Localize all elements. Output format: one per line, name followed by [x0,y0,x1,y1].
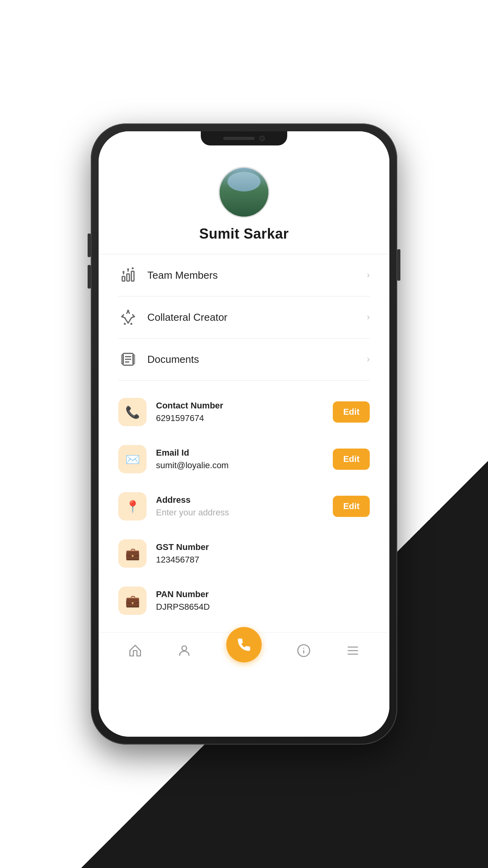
documents-label: Documents [147,353,367,366]
svg-rect-0 [122,276,125,281]
nav-menu[interactable] [346,644,360,658]
svg-point-8 [133,316,135,318]
power-button [397,249,400,281]
gst-number-icon-wrap: 💼 [118,539,147,568]
phone-frame: Sumit Sarkar [91,123,397,745]
pan-number-text: PAN Number DJRPS8654D [156,589,370,612]
email-id-text: Email Id sumit@loyalie.com [156,448,323,471]
nav-profile[interactable] [177,644,191,658]
svg-point-5 [132,267,134,269]
nav-home[interactable] [128,644,142,658]
gst-number-value: 123456787 [156,555,370,565]
email-id-value: sumit@loyalie.com [156,460,323,471]
profile-section: Sumit Sarkar [99,151,389,254]
pan-icon: 💼 [125,594,140,608]
collateral-creator-label: Collateral Creator [147,311,367,324]
collateral-creator-chevron: › [367,312,370,322]
location-icon: 📍 [125,500,140,513]
documents-chevron: › [367,354,370,364]
volume-up-button [88,234,91,257]
profile-name: Sumit Sarkar [199,226,289,242]
menu-item-documents[interactable]: Documents › [118,338,370,381]
phone-screen: Sumit Sarkar [99,131,389,737]
nav-call-button[interactable] [226,627,262,662]
contact-number-edit-button[interactable]: Edit [333,401,370,423]
email-id-icon-wrap: ✉️ [118,445,147,473]
contact-number-icon-wrap: 📞 [118,398,147,426]
avatar[interactable] [218,167,270,218]
collateral-creator-icon [118,307,138,327]
email-icon: ✉️ [125,452,140,466]
pan-number-label: PAN Number [156,589,370,600]
contact-number-label: Contact Number [156,401,323,411]
gst-icon: 💼 [125,547,140,561]
address-text: Address Enter your address [156,495,323,518]
info-item-gst-number: 💼 GST Number 123456787 [118,530,370,577]
speaker [223,137,255,140]
info-item-contact-number: 📞 Contact Number 6291597674 Edit [118,388,370,436]
team-members-icon [118,265,138,285]
address-label: Address [156,495,323,505]
phone-icon: 📞 [125,405,140,419]
svg-point-3 [123,271,125,273]
team-members-chevron: › [367,270,370,280]
gst-number-label: GST Number [156,542,370,552]
info-item-pan-number: 💼 PAN Number DJRPS8654D [118,577,370,624]
volume-down-button [88,265,91,289]
pan-number-value: DJRPS8654D [156,602,370,612]
camera [259,136,265,141]
address-value: Enter your address [156,508,323,518]
notch [201,131,287,145]
contact-number-value: 6291597674 [156,413,323,423]
screen-content: Sumit Sarkar [99,131,389,737]
svg-rect-2 [131,271,134,281]
svg-rect-1 [127,274,130,281]
info-item-address: 📍 Address Enter your address Edit [118,483,370,530]
svg-point-6 [127,310,129,312]
team-members-label: Team Members [147,269,367,281]
svg-point-10 [130,323,132,325]
nav-info[interactable] [297,644,311,658]
address-edit-button[interactable]: Edit [333,496,370,517]
contact-number-text: Contact Number 6291597674 [156,401,323,423]
svg-point-7 [121,316,123,318]
avatar-image [220,168,268,217]
pan-number-icon-wrap: 💼 [118,587,147,615]
address-icon-wrap: 📍 [118,492,147,520]
gst-number-text: GST Number 123456787 [156,542,370,565]
menu-item-collateral-creator[interactable]: Collateral Creator › [118,296,370,338]
menu-list: Team Members › [99,254,389,381]
info-list: 📞 Contact Number 6291597674 Edit ✉️ Emai… [99,381,389,632]
svg-point-4 [127,268,129,270]
bottom-nav [99,632,389,674]
email-id-edit-button[interactable]: Edit [333,449,370,470]
menu-item-team-members[interactable]: Team Members › [118,254,370,296]
svg-point-14 [182,646,187,651]
documents-icon [118,349,138,369]
email-id-label: Email Id [156,448,323,458]
svg-point-9 [124,323,126,325]
info-item-email-id: ✉️ Email Id sumit@loyalie.com Edit [118,436,370,483]
